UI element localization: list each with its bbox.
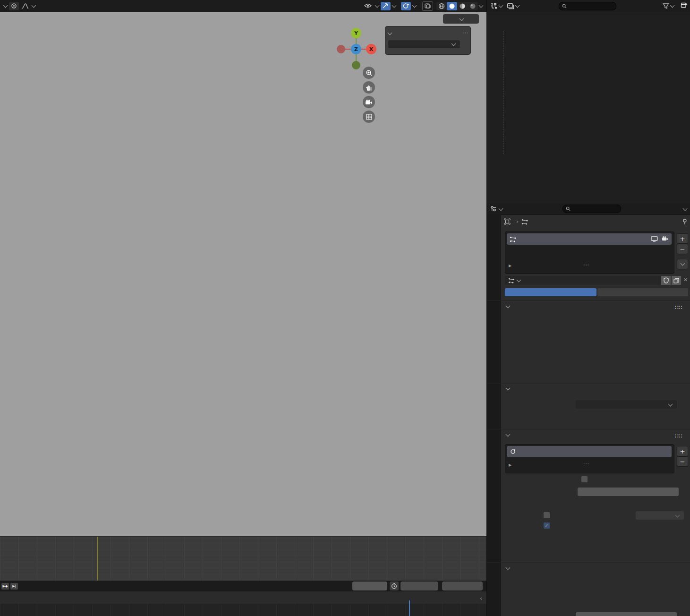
chevron-down-icon[interactable]	[32, 3, 36, 8]
breadcrumb: ›	[504, 218, 531, 225]
blender-window: Y X Z ∷∷	[0, 0, 690, 616]
source-panel-header[interactable]	[505, 386, 513, 390]
collapse-icon[interactable]	[388, 30, 392, 35]
cache-panel-header[interactable]	[505, 433, 513, 436]
new-collection-icon[interactable]	[681, 2, 688, 10]
remove-particle-system-button[interactable]: −	[677, 244, 688, 254]
navigation-axis-gizmo[interactable]: Y X Z	[334, 27, 378, 71]
camera-view-icon[interactable]	[363, 96, 375, 108]
drag-handle[interactable]: ∷∷	[675, 433, 682, 439]
external-checkbox[interactable]	[581, 476, 588, 482]
fake-user-shield-icon[interactable]	[661, 276, 671, 285]
drag-handle[interactable]: ∷∷	[675, 304, 682, 311]
axis-x-label: X	[369, 46, 374, 52]
editor-type-icon[interactable]	[490, 205, 504, 212]
editor-type-icon[interactable]	[490, 2, 504, 9]
pan-hand-icon[interactable]	[363, 81, 375, 94]
search-icon	[566, 206, 571, 211]
particle-scene	[0, 12, 486, 536]
jump-to-end-button[interactable]: ▶|	[10, 583, 18, 590]
zoom-icon[interactable]	[363, 67, 375, 79]
display-mode-icon[interactable]	[507, 3, 520, 9]
velocity-panel-header[interactable]	[505, 566, 513, 569]
timeline-ruler[interactable]	[0, 591, 486, 604]
particles-icon	[521, 219, 528, 225]
play-to-keyframe-button[interactable]: ▶◆	[1, 583, 9, 590]
viewport-display-icon	[651, 236, 658, 242]
add-particle-system-button[interactable]: +	[677, 233, 688, 244]
overlays-icon[interactable]	[422, 1, 433, 11]
disk-cache-checkbox[interactable]	[544, 512, 550, 518]
physics-icon	[510, 448, 516, 455]
cache-step-field[interactable]	[578, 488, 679, 496]
render-enable-icon	[662, 236, 669, 242]
particles-icon	[508, 278, 515, 283]
rendered-shading-icon[interactable]	[468, 2, 478, 10]
outliner-search-input[interactable]	[559, 2, 616, 10]
orthographic-grid-icon[interactable]	[363, 111, 375, 123]
chevron-down-icon[interactable]	[479, 3, 484, 8]
secondary-playhead[interactable]	[97, 537, 98, 581]
filter-icon[interactable]	[663, 3, 675, 9]
proportional-editing-icon[interactable]	[9, 2, 19, 10]
properties-search-input[interactable]	[562, 205, 621, 213]
tab-hair[interactable]	[597, 288, 688, 296]
chevron-down-icon[interactable]	[683, 206, 688, 211]
add-cache-button[interactable]: +	[677, 446, 688, 456]
viewport-3d[interactable]: Y X Z ∷∷	[0, 12, 486, 536]
object-icon	[504, 218, 511, 225]
unlink-icon[interactable]: ✕	[683, 277, 688, 283]
frame-end-field[interactable]	[442, 582, 483, 590]
chevron-down-icon[interactable]	[412, 3, 417, 8]
properties-editor: › ▶ ∷∷ + − ✕	[486, 203, 690, 616]
emission-panel-header[interactable]	[505, 304, 513, 308]
wireframe-shading-icon[interactable]	[436, 2, 447, 10]
solid-shading-icon[interactable]	[447, 2, 457, 10]
particle-system-list-item[interactable]	[507, 233, 672, 245]
search-icon	[562, 4, 567, 9]
remove-cache-button[interactable]: −	[677, 456, 688, 467]
snap-icon[interactable]	[381, 2, 391, 10]
pin-icon[interactable]	[681, 218, 688, 225]
list-expander-icon[interactable]: ▶	[509, 264, 511, 268]
falloff-curve-icon[interactable]	[20, 2, 30, 10]
timeline-tracks[interactable]	[0, 604, 486, 616]
emit-from-dropdown[interactable]	[576, 400, 677, 409]
particle-specials-button[interactable]	[677, 259, 688, 269]
proportional-falloff-icon[interactable]	[401, 2, 411, 10]
axis-z-label: Z	[354, 46, 358, 52]
chevron-down-icon[interactable]	[3, 3, 8, 8]
tab-emitter[interactable]	[505, 288, 596, 296]
material-preview-icon[interactable]	[457, 2, 468, 10]
dopesheet-area[interactable]	[0, 536, 486, 581]
chevron-down-icon[interactable]	[392, 3, 397, 8]
options-button[interactable]	[443, 14, 479, 24]
particle-settings-field[interactable]	[505, 276, 661, 285]
use-preview-range-icon[interactable]	[390, 582, 399, 590]
rotation-mode-dropdown[interactable]	[388, 40, 460, 48]
chevron-down-icon[interactable]	[375, 3, 380, 8]
axis-y-label: Y	[354, 30, 358, 36]
frame-start-field[interactable]	[400, 582, 438, 590]
properties-header	[487, 203, 690, 215]
compression-dropdown[interactable]	[636, 511, 684, 520]
viewport-header	[0, 0, 486, 12]
use-library-path-checkbox[interactable]: ✓	[544, 522, 550, 529]
drag-handle[interactable]: ∷∷	[463, 31, 468, 35]
current-frame-field[interactable]	[352, 582, 387, 590]
new-copy-icon[interactable]	[672, 276, 681, 285]
list-drag-handle[interactable]: ∷∷	[584, 263, 589, 267]
hierarchy-guide	[503, 31, 503, 154]
outliner	[486, 0, 690, 203]
list-drag-handle[interactable]: ∷∷	[584, 462, 589, 467]
show-gizmo-icon[interactable]	[363, 2, 374, 10]
shading-mode-group	[436, 2, 478, 10]
transform-panel: ∷∷	[385, 26, 471, 55]
cache-list-item[interactable]	[507, 446, 672, 457]
playhead[interactable]	[409, 600, 410, 616]
particles-icon	[510, 236, 517, 242]
list-expander-icon[interactable]: ▶	[509, 463, 511, 467]
viewport-nav-tools	[363, 67, 375, 123]
scroll-arrow-icon[interactable]: ‹	[480, 595, 482, 602]
cutoff-field[interactable]	[576, 612, 677, 616]
